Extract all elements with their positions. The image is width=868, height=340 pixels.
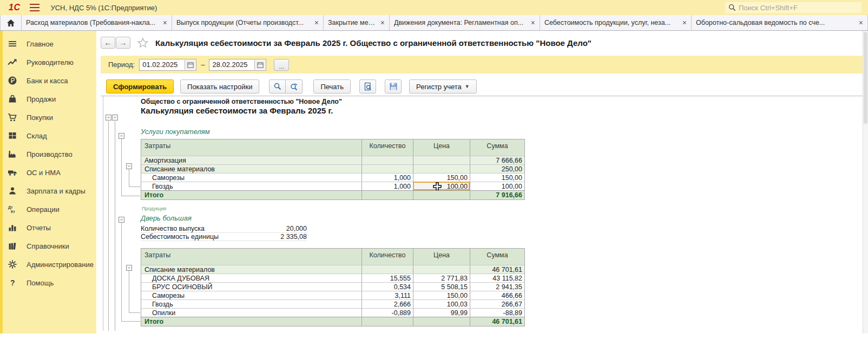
sidebar-item-9[interactable]: Зарплата и кадры — [3, 182, 96, 200]
sidebar-item-6[interactable]: Склад — [3, 126, 96, 145]
sidebar-item-5[interactable]: Покупки — [3, 108, 96, 126]
cell-label[interactable]: Гвоздь — [141, 299, 361, 308]
cell-qty[interactable] — [361, 156, 413, 164]
cell-qty[interactable]: 2,666 — [361, 299, 413, 308]
column-header[interactable]: Затраты — [141, 139, 361, 156]
favorite-star-icon[interactable] — [137, 37, 149, 48]
period-to-input[interactable] — [209, 61, 252, 69]
main-menu-icon[interactable] — [30, 4, 40, 11]
save-button[interactable] — [385, 79, 402, 94]
back-button[interactable]: ← — [101, 37, 115, 49]
cell-qty[interactable] — [361, 265, 413, 274]
collapse-button[interactable]: − — [119, 133, 124, 139]
cell-qty[interactable] — [361, 164, 413, 173]
search-input[interactable] — [739, 4, 858, 12]
sidebar-item-1[interactable]: Главное — [3, 35, 96, 53]
cell-qty[interactable]: 1,000 — [361, 173, 413, 182]
cell-label[interactable]: Саморезы — [141, 173, 361, 182]
column-header[interactable]: Цена — [413, 139, 470, 156]
sidebar-item-10[interactable]: ДтКтОперации — [3, 200, 96, 218]
tab-5[interactable]: Себестоимость продукции, услуг, неза...× — [540, 15, 692, 30]
tab-close-icon[interactable]: × — [314, 19, 319, 26]
collapse-button[interactable]: − — [106, 115, 111, 121]
column-header[interactable]: Затраты — [141, 249, 361, 265]
cell-label[interactable]: Списание материалов — [141, 265, 361, 274]
cell-qty[interactable]: -0,889 — [361, 308, 413, 317]
column-header[interactable]: Количество — [361, 139, 413, 156]
sidebar-item-13[interactable]: Администрирование — [3, 255, 96, 274]
cell-sum[interactable]: 2 941,35 — [470, 282, 524, 291]
cell-price[interactable]: 150,00 — [413, 173, 470, 182]
cell-price[interactable]: 5 508,15 — [413, 282, 470, 291]
collapse-button[interactable]: − — [112, 115, 118, 121]
cell-label[interactable]: Амортизация — [141, 156, 361, 164]
cell-price[interactable]: 100,00 — [413, 182, 470, 190]
cell-sum[interactable]: 466,66 — [470, 291, 524, 299]
print-button[interactable]: Печать — [313, 79, 351, 94]
cell-price[interactable]: 2 771,83 — [413, 274, 470, 282]
calendar-icon[interactable] — [185, 60, 195, 70]
cell-sum[interactable]: 250,00 — [470, 164, 524, 173]
sidebar-item-2[interactable]: Руководителю — [3, 53, 96, 71]
show-settings-button[interactable]: Показать настройки — [180, 79, 259, 94]
cell-label[interactable]: Итого — [141, 317, 361, 326]
cell-qty[interactable]: 0,534 — [361, 282, 413, 291]
column-header[interactable]: Количество — [361, 249, 413, 265]
tab-close-icon[interactable]: × — [859, 19, 863, 26]
cell-sum[interactable]: 150,00 — [470, 173, 524, 182]
scrollbar-thumb[interactable] — [864, 32, 867, 124]
cell-label[interactable]: Гвоздь — [141, 182, 361, 190]
period-more-button[interactable]: ... — [274, 59, 289, 71]
column-header[interactable]: Сумма — [470, 139, 524, 156]
calendar-icon[interactable] — [254, 60, 265, 70]
sidebar-item-7[interactable]: Производство — [3, 145, 96, 163]
tab-close-icon[interactable]: × — [163, 19, 167, 26]
collapse-button[interactable]: − — [119, 217, 124, 223]
cell-label[interactable]: Саморезы — [141, 291, 361, 299]
preview-button[interactable] — [359, 79, 376, 94]
tab-6[interactable]: Оборотно-сальдовая ведомость по сче...× — [692, 15, 868, 30]
cell-price[interactable]: 100,03 — [413, 299, 470, 308]
collapse-button[interactable]: − — [126, 265, 132, 271]
cell-sum[interactable]: 43 115,82 — [470, 274, 524, 282]
home-tab[interactable] — [0, 15, 22, 30]
output-qty-value[interactable]: 20,000 — [286, 225, 307, 232]
period-from-input[interactable] — [140, 61, 182, 69]
tab-3[interactable]: Закрытие месяца× — [324, 15, 390, 30]
cell-label[interactable]: ДОСКА ДУБОВАЯ — [141, 274, 361, 282]
register-dropdown[interactable]: Регистр учета ▼ — [409, 79, 477, 94]
cell-sum[interactable]: 46 701,61 — [470, 317, 524, 326]
sidebar-item-8[interactable]: ОС и НМА — [3, 163, 96, 182]
cell-price[interactable] — [413, 190, 470, 199]
cell-sum[interactable]: 100,00 — [470, 182, 524, 190]
cell-label[interactable]: Списание материалов — [141, 164, 361, 173]
cell-price[interactable] — [413, 156, 470, 164]
cell-price[interactable] — [413, 317, 470, 326]
sidebar-item-12[interactable]: Справочники — [3, 237, 96, 255]
find-button[interactable] — [269, 79, 286, 94]
cell-price[interactable] — [413, 265, 470, 274]
generate-button[interactable]: Сформировать — [106, 79, 174, 94]
cell-label[interactable]: БРУС ОСИНОВЫЙ — [141, 282, 361, 291]
tab-close-icon[interactable]: × — [380, 19, 385, 26]
cell-qty[interactable] — [361, 317, 413, 326]
cell-price[interactable]: 99,99 — [413, 308, 470, 317]
global-search[interactable] — [725, 2, 862, 13]
cell-qty[interactable]: 15,555 — [361, 274, 413, 282]
tab-close-icon[interactable]: × — [682, 19, 687, 26]
collapse-button[interactable]: − — [126, 163, 132, 169]
cell-price[interactable]: 150,00 — [413, 291, 470, 299]
find-next-button[interactable] — [286, 79, 303, 94]
vertical-scrollbar[interactable] — [863, 31, 868, 334]
sidebar-item-11[interactable]: Отчеты — [3, 218, 96, 237]
sidebar-item-4[interactable]: Продажи — [3, 90, 96, 108]
cell-qty[interactable]: 1,000 — [361, 182, 413, 190]
cell-sum[interactable]: 266,67 — [470, 299, 524, 308]
cell-label[interactable]: Итого — [141, 190, 361, 199]
cell-qty[interactable] — [361, 190, 413, 199]
cell-sum[interactable]: 7 666,66 — [470, 156, 524, 164]
cell-qty[interactable]: 3,111 — [361, 291, 413, 299]
column-header[interactable]: Сумма — [470, 249, 524, 265]
tab-4[interactable]: Движения документа: Регламентная оп...× — [390, 15, 540, 30]
cell-sum[interactable]: -88,89 — [470, 308, 524, 317]
